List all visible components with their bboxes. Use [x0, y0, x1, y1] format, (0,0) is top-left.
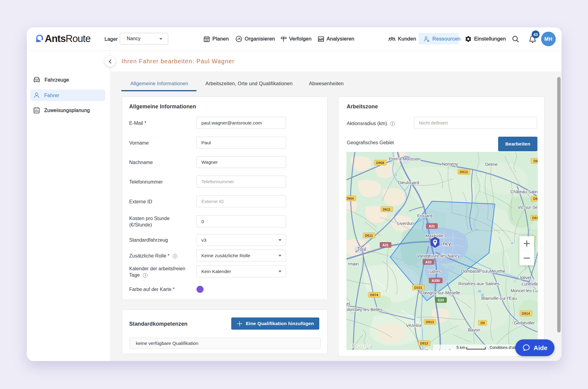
svg-text:Frouard: Frouard — [417, 213, 432, 218]
svg-text:olombey-les-Belles: olombey-les-Belles — [346, 307, 382, 312]
svg-text:el: el — [346, 301, 350, 306]
svg-text:D914: D914 — [522, 312, 530, 315]
svg-text:D958: D958 — [376, 161, 384, 165]
svg-text:Flavigny-sur-Moselle: Flavigny-sur-Moselle — [420, 290, 460, 295]
svg-text:Dombasle-sur-Meurthe: Dombasle-sur-Meurthe — [461, 269, 505, 274]
svg-text:Pont-à-Mousson: Pont-à-Mousson — [389, 156, 420, 161]
svg-text:D913: D913 — [460, 170, 468, 174]
svg-text:D913: D913 — [420, 342, 428, 345]
svg-text:Moncel-lès-Lu: Moncel-lès-Lu — [511, 288, 538, 293]
svg-text:Nomeny: Nomeny — [442, 162, 459, 166]
svg-text:Dieulouard: Dieulouard — [398, 180, 419, 185]
svg-text:Vic-sur-Se: Vic-sur-Se — [518, 205, 538, 210]
svg-text:D9: D9 — [480, 321, 485, 325]
svg-text:Vandœuvre-lès-Nancy: Vandœuvre-lès-Nancy — [417, 254, 460, 258]
svg-text:Jolivet: Jolivet — [519, 275, 531, 280]
svg-text:D611: D611 — [365, 234, 373, 237]
svg-text:D913: D913 — [426, 320, 434, 324]
svg-text:Château-Salin: Château-Salin — [510, 189, 538, 194]
svg-text:Liverdun: Liverdun — [397, 221, 414, 226]
svg-text:Bayon: Bayon — [468, 328, 480, 332]
svg-text:Rosières-aux-Salines: Rosières-aux-Salines — [459, 281, 500, 286]
svg-text:D611: D611 — [383, 208, 391, 211]
svg-text:Ludres: Ludres — [427, 269, 441, 274]
svg-text:ncy: ncy — [443, 241, 451, 247]
svg-text:D9: D9 — [533, 197, 537, 201]
svg-text:Toul: Toul — [357, 247, 366, 252]
svg-text:Lunéville: Lunéville — [522, 282, 538, 286]
svg-text:A330: A330 — [432, 279, 440, 282]
svg-text:E23: E23 — [438, 298, 444, 302]
svg-text:D914: D914 — [532, 216, 538, 220]
svg-text:5 km: 5 km — [456, 345, 465, 350]
svg-text:D904: D904 — [346, 197, 354, 200]
svg-text:D6: D6 — [533, 159, 538, 163]
svg-text:Blainville-sur-l'Eau: Blainville-sur-l'Eau — [481, 296, 517, 301]
svg-text:rmain: rmain — [348, 261, 359, 266]
svg-text:A31: A31 — [429, 224, 435, 228]
svg-text:Gerbéviller: Gerbéviller — [514, 321, 535, 325]
svg-text:D974: D974 — [370, 293, 378, 297]
svg-text:Google: Google — [350, 342, 372, 349]
svg-text:A31: A31 — [382, 243, 388, 247]
svg-text:A33: A33 — [425, 260, 431, 264]
svg-text:Richardménil: Richardménil — [425, 349, 451, 350]
svg-text:D331: D331 — [414, 286, 422, 289]
svg-text:Vézelise: Vézelise — [406, 323, 422, 328]
svg-text:Delme: Delme — [485, 162, 498, 167]
